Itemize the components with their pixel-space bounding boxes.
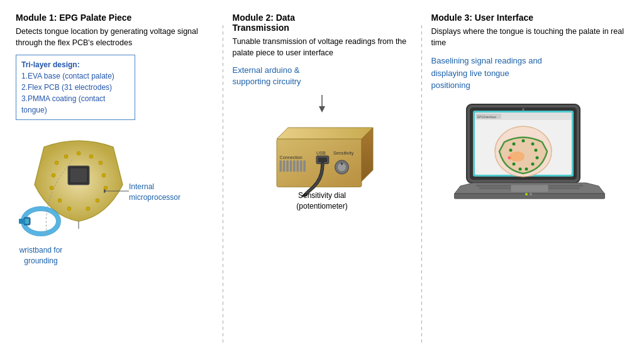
module1-image-area: Internalmicroprocessor wristband forgrou…: [16, 128, 213, 266]
module2-blue-label: External arduino &supporting circuitry: [233, 65, 412, 87]
trilayer-line3: 3.PMMA coating (contact tongue): [21, 93, 130, 116]
svg-point-67: [525, 193, 528, 195]
svg-text:EPGInterface: EPGInterface: [477, 115, 496, 119]
module3-desc: Displays where the tongue is touching th…: [431, 26, 629, 48]
svg-point-6: [99, 161, 103, 165]
svg-point-4: [77, 151, 80, 155]
svg-point-12: [96, 199, 99, 202]
svg-rect-66: [511, 185, 548, 192]
svg-point-53: [509, 148, 513, 151]
trilayer-line1: 1.EVA base (contact palate): [21, 70, 130, 82]
svg-point-68: [530, 193, 532, 195]
svg-point-58: [531, 162, 535, 165]
module3-title: Module 3: User Interface: [431, 13, 629, 23]
svg-point-14: [86, 207, 90, 211]
wristband-label: wristband forgrounding: [19, 245, 63, 266]
svg-point-57: [513, 162, 516, 165]
svg-rect-31: [293, 161, 296, 172]
svg-point-5: [89, 155, 93, 158]
module2-desc: Tunable transmission of voltage readings…: [233, 36, 412, 58]
svg-point-56: [536, 156, 539, 159]
svg-text:Connection: Connection: [280, 155, 303, 160]
diagram-container: Module 1: EPG Palate Piece Detects tongu…: [0, 0, 644, 362]
svg-point-60: [525, 167, 528, 170]
svg-rect-1: [70, 168, 87, 182]
svg-point-54: [535, 148, 538, 151]
module1-title: Module 1: EPG Palate Piece: [16, 13, 213, 23]
svg-text:Sensitivity: Sensitivity: [333, 151, 354, 156]
svg-point-52: [531, 142, 535, 145]
svg-rect-29: [286, 161, 289, 172]
svg-rect-27: [280, 161, 282, 172]
module3-blue-label: Baselining signal readings anddisplaying…: [431, 55, 629, 92]
svg-rect-28: [283, 161, 286, 172]
microprocessor-label: Internalmicroprocessor: [129, 182, 182, 203]
svg-point-50: [513, 142, 516, 145]
svg-point-13: [67, 207, 71, 211]
laptop-image: EPGInterface: [454, 101, 605, 227]
svg-text:USB: USB: [316, 151, 326, 156]
arduino-box-image: Connection USB Sensitivity: [265, 115, 379, 197]
svg-point-51: [522, 139, 525, 142]
svg-rect-32: [297, 161, 299, 172]
trilayer-line2: 2.Flex PCB (31 electrodes): [21, 82, 130, 93]
module2-image-area: Connection USB Sensitivity: [233, 95, 412, 233]
svg-point-41: [341, 163, 343, 165]
svg-point-61: [509, 151, 525, 162]
module2-title: Module 2: Data Transmission: [233, 13, 412, 33]
sensitivity-label: Sensitivity dial (potentiometer): [296, 190, 347, 212]
trilayer-title: Tri-layer design:: [21, 59, 130, 70]
svg-rect-21: [25, 219, 29, 224]
svg-point-62: [522, 108, 525, 111]
svg-point-59: [519, 167, 522, 170]
svg-rect-30: [290, 161, 292, 172]
module2: Module 2: Data Transmission Tunable tran…: [223, 13, 421, 356]
svg-rect-34: [303, 161, 306, 172]
svg-rect-33: [300, 161, 303, 172]
module3: Module 3: User Interface Displays where …: [422, 13, 638, 356]
svg-point-17: [104, 189, 106, 193]
arrow-down1: [316, 95, 328, 114]
trilayer-box: Tri-layer design: 1.EVA base (contact pa…: [16, 55, 135, 120]
svg-rect-22: [19, 219, 25, 224]
module1-desc: Detects tongue location by generating vo…: [16, 26, 213, 48]
svg-rect-63: [454, 194, 605, 199]
module1: Module 1: EPG Palate Piece Detects tongu…: [6, 13, 223, 356]
palate-wristband-connector: [35, 160, 66, 235]
svg-point-8: [102, 173, 106, 177]
module3-image-area: EPGInterface: [431, 101, 629, 227]
svg-rect-37: [318, 158, 327, 162]
svg-point-3: [64, 155, 68, 158]
svg-marker-24: [319, 106, 325, 112]
